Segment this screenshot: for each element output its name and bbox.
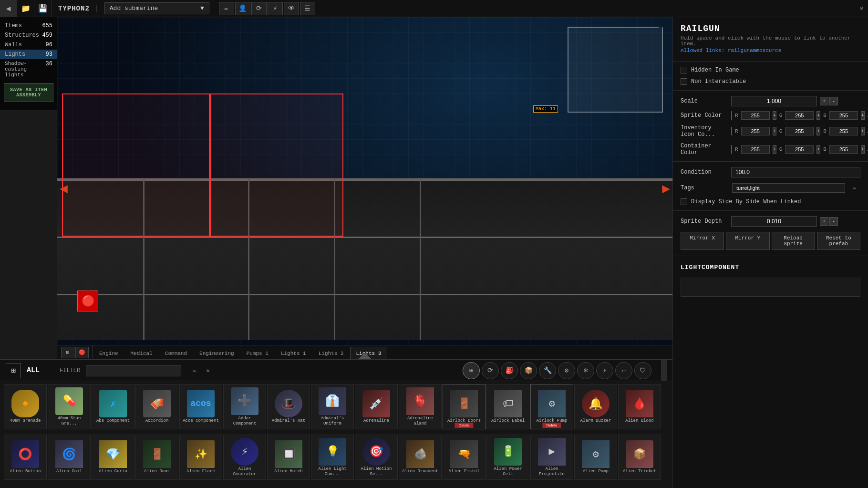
cat-5-icon[interactable]: 🔧: [539, 362, 556, 379]
tab-command[interactable]: Command: [159, 347, 193, 359]
item-alien-curio[interactable]: 💎 Alien Curio: [92, 435, 134, 480]
item-alien-pump[interactable]: ⚙ Alien Pump: [574, 435, 617, 480]
reset-to-prefab-button[interactable]: Reset to prefab: [817, 232, 860, 250]
hidden-in-game-checkbox[interactable]: [681, 67, 687, 73]
red-indicator-1[interactable]: 🔴: [77, 291, 98, 311]
filter-edit-icon[interactable]: ✏: [189, 365, 200, 376]
save-as-item-assembly-button[interactable]: SAVE AS ITEM ASSEMBLY: [4, 83, 53, 102]
list-tool[interactable]: ☰: [300, 2, 315, 15]
inv-color-box[interactable]: [731, 127, 732, 135]
cat-6-icon[interactable]: ⚙: [558, 362, 575, 379]
item-40mm-grenade[interactable]: 🔸 40mm Grenade: [4, 384, 47, 429]
item-alien-hatch[interactable]: 🔲 Alien Hatch: [267, 435, 310, 480]
save-button[interactable]: 💾: [34, 0, 52, 17]
add-submarine-dropdown[interactable]: Add submarine ▼: [104, 2, 209, 14]
item-airlock-doors[interactable]: 🚪 Airlock Doors Delete: [443, 384, 486, 429]
tags-input[interactable]: [732, 183, 845, 193]
tab-engineering[interactable]: Engineering: [193, 347, 240, 359]
scale-down-button[interactable]: -: [829, 97, 838, 105]
cont-b-input[interactable]: [829, 145, 858, 154]
small-icon-1[interactable]: ⊞: [61, 347, 74, 358]
item-alien-button[interactable]: ⭕ Alien Button: [4, 435, 47, 480]
item-alien-projectile[interactable]: ▶ Alien Projectile: [530, 435, 573, 480]
wire-tool[interactable]: ⚡: [268, 2, 283, 15]
tab-medical[interactable]: Medical: [124, 347, 159, 359]
sprite-r-spin[interactable]: +: [773, 111, 776, 120]
condition-input[interactable]: [731, 167, 860, 177]
inv-g-input[interactable]: [785, 127, 814, 135]
scroll-right-button[interactable]: ▶: [662, 180, 670, 197]
back-button[interactable]: ◀: [0, 0, 17, 17]
non-interactable-checkbox[interactable]: [681, 78, 687, 85]
cat-all-icon[interactable]: ⊞: [463, 362, 480, 379]
airlock-pump-delete-button[interactable]: Delete: [542, 423, 561, 428]
pencil-tool[interactable]: ✏: [219, 2, 234, 15]
inv-b-spin[interactable]: +: [861, 127, 865, 135]
person-tool[interactable]: 👤: [235, 2, 250, 15]
item-alien-motion-se[interactable]: 🎯 Alien Motion Se...: [355, 435, 398, 480]
tab-lights2[interactable]: Lights 2: [312, 347, 350, 359]
cat-8-icon[interactable]: ⚡: [596, 362, 613, 379]
item-40mm-stun[interactable]: 💊 40mm Stun Gre...: [48, 384, 91, 429]
cat-10-icon[interactable]: 🛡: [634, 362, 651, 379]
cont-g-spin[interactable]: +: [816, 145, 820, 154]
submarine-viewport[interactable]: Max: 11 ◀ ▶ 🔴: [57, 17, 672, 359]
item-admirals-hat[interactable]: 🎩 Admiral's Hat: [267, 384, 310, 429]
inv-r-spin[interactable]: +: [773, 127, 776, 135]
cat-9-icon[interactable]: ↔: [615, 362, 632, 379]
cat-2-icon[interactable]: ⟳: [482, 362, 499, 379]
main-canvas[interactable]: Max: 11 ◀ ▶ 🔴: [57, 17, 672, 359]
small-icon-2[interactable]: 🔴: [75, 347, 89, 358]
folder-button[interactable]: 📁: [17, 0, 34, 17]
reload-sprite-button[interactable]: Reload Sprite: [772, 232, 815, 250]
item-alien-trinket[interactable]: 📦 Alien Trinket: [618, 435, 661, 480]
sprite-depth-down-button[interactable]: -: [829, 217, 838, 226]
mirror-y-button[interactable]: Mirror Y: [726, 232, 769, 250]
cont-color-box[interactable]: [731, 145, 732, 154]
item-scrollbar[interactable]: [661, 360, 667, 381]
cat-7-icon[interactable]: ❄: [577, 362, 594, 379]
item-alien-generator[interactable]: ⚡ Alien Generator: [223, 435, 266, 480]
cat-3-icon[interactable]: 🎒: [501, 362, 518, 379]
item-alien-power-cell[interactable]: 🔋 Alien Power Cell: [486, 435, 529, 480]
item-admirals-uniform[interactable]: 👔 Admiral's Uniform: [311, 384, 354, 429]
inv-b-input[interactable]: [829, 127, 858, 135]
tab-lights1[interactable]: Lights 1: [275, 347, 312, 359]
airlock-doors-delete-button[interactable]: Delete: [455, 423, 473, 428]
cat-4-icon[interactable]: 📦: [520, 362, 537, 379]
view-tool[interactable]: 👁: [284, 2, 299, 15]
sprite-r-input[interactable]: [741, 111, 770, 120]
sprite-depth-up-button[interactable]: +: [820, 217, 828, 226]
grid-view-button[interactable]: ⊞: [6, 363, 21, 378]
item-alien-light-com[interactable]: 💡 Alien Light Com...: [311, 435, 354, 480]
filter-input[interactable]: [86, 365, 181, 376]
mirror-x-button[interactable]: Mirror X: [681, 232, 724, 250]
item-adder-component[interactable]: ➕ Adder Component: [223, 384, 266, 429]
item-alien-door[interactable]: 🚪 Alien Door: [135, 435, 178, 480]
cont-b-spin[interactable]: +: [861, 145, 865, 154]
cont-r-input[interactable]: [741, 145, 770, 154]
inv-r-input[interactable]: [741, 127, 770, 135]
sprite-g-spin[interactable]: +: [816, 111, 820, 120]
item-alien-blood[interactable]: 🩸 Alien Blood: [618, 384, 661, 429]
sprite-color-box[interactable]: [731, 111, 732, 120]
item-airlock-pump[interactable]: ⚙ Airlock Pump Delete: [530, 384, 573, 429]
tab-pumps1[interactable]: Pumps 1: [240, 347, 275, 359]
item-accordion[interactable]: 🪗 Accordion: [135, 384, 178, 429]
item-alien-pistol[interactable]: 🔫 Alien Pistol: [443, 435, 486, 480]
tags-edit-button[interactable]: ✏: [849, 182, 860, 194]
sprite-depth-input[interactable]: [731, 216, 817, 227]
item-alarm-buzzer[interactable]: 🔔 Alarm Buzzer: [574, 384, 617, 429]
sprite-b-spin[interactable]: +: [861, 111, 865, 120]
tab-engine[interactable]: Engine: [93, 347, 124, 359]
item-adrenaline[interactable]: 💉 Adrenaline: [355, 384, 398, 429]
item-acos-component[interactable]: acos Acos Component: [179, 384, 222, 429]
cont-r-spin[interactable]: +: [773, 145, 776, 154]
link-tool[interactable]: ⟳: [251, 2, 267, 15]
item-alien-ornament[interactable]: 🪨 Alien Ornament: [399, 435, 442, 480]
display-side-by-side-checkbox[interactable]: [681, 198, 687, 205]
filter-clear-icon[interactable]: ✕: [202, 365, 214, 376]
item-alien-coil[interactable]: 🌀 Alien Coil: [48, 435, 91, 480]
sprite-b-input[interactable]: [829, 111, 858, 120]
inv-g-spin[interactable]: +: [816, 127, 820, 135]
